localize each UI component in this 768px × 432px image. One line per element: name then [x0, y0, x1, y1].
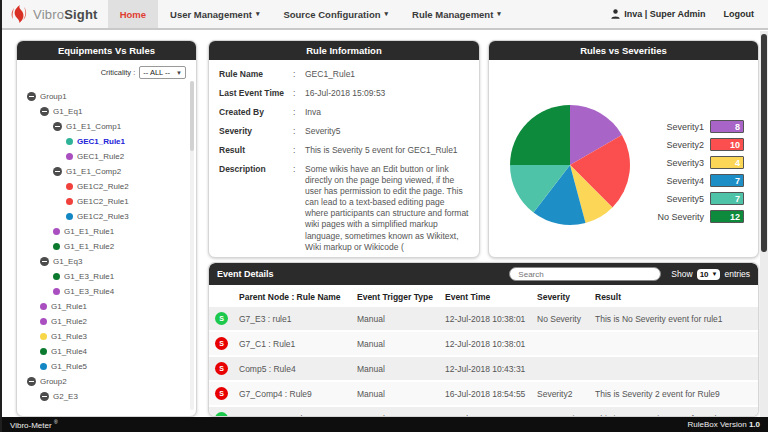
- tree-node-g1_e3_rule4[interactable]: G1_E3_Rule4: [25, 284, 192, 299]
- event-rule-name: G7_Comp5 : Rule10: [235, 407, 353, 417]
- collapse-icon[interactable]: [40, 107, 49, 116]
- tree-node-ge1c2_rule3[interactable]: GE1C2_Rule3: [25, 209, 192, 224]
- brand-logo-icon: [10, 4, 28, 24]
- status-red-icon: S: [215, 337, 228, 350]
- event-row[interactable]: SG7_C1 : Rule1Manual12-Jul-2018 10:38:01: [209, 332, 758, 355]
- tree-node-ge1c2_rule1[interactable]: GE1C2_Rule1: [25, 194, 192, 209]
- pie-slice-no-severity[interactable]: [510, 105, 570, 165]
- nav-right: Inva | Super Admin Logout: [611, 0, 768, 28]
- tree-node-g1_rule2[interactable]: G1_Rule2: [25, 314, 192, 329]
- nav-menu: HomeUser Management▾Source Configuration…: [108, 0, 513, 28]
- event-time: 12-Jul-2018 10:43:31: [441, 357, 533, 380]
- nav-item-rule-management[interactable]: Rule Management▾: [400, 0, 513, 28]
- tree-node-g1_e1_rule1[interactable]: G1_E1_Rule1: [25, 224, 192, 239]
- column-event-trigger-type[interactable]: Event Trigger Type: [353, 287, 441, 305]
- tree-node-g1_e1_rule2[interactable]: G1_E1_Rule2: [25, 239, 192, 254]
- tree-node-g1_rule3[interactable]: G1_Rule3: [25, 329, 192, 344]
- field-value: Inva: [305, 107, 469, 118]
- event-trigger-type: Manual: [353, 407, 441, 417]
- field-label: Last Event Time: [219, 88, 293, 99]
- collapse-icon[interactable]: [53, 122, 62, 131]
- severity-panel-title: Rules vs Severities: [489, 41, 758, 60]
- tree-node-group1[interactable]: Group1: [25, 89, 192, 104]
- page-scrollbar[interactable]: [760, 31, 768, 417]
- nav-item-user-management[interactable]: User Management▾: [158, 0, 271, 28]
- event-row[interactable]: SG7_E3 : rule1Manual12-Jul-2018 10:38:01…: [209, 307, 758, 330]
- legend-value-box: 12: [710, 210, 744, 223]
- page-size-select[interactable]: 10 ▼: [697, 269, 721, 280]
- tree-node-group2[interactable]: Group2: [25, 374, 192, 389]
- rule-bullet-icon: [40, 333, 47, 340]
- event-trigger-type: Manual: [353, 332, 441, 355]
- event-result: [591, 357, 758, 380]
- equipment-rule-tree: Group1G1_Eq1G1_E1_Comp1GEC1_Rule1GEC1_Ru…: [17, 83, 196, 401]
- event-row[interactable]: SG7_Comp5 : Rule10Manual16-Jul-2018 18:5…: [209, 407, 758, 417]
- field-value: GEC1_Rule1: [305, 69, 469, 80]
- event-trigger-type: Manual: [353, 307, 441, 330]
- rule-bullet-icon: [53, 273, 60, 280]
- collapse-icon[interactable]: [53, 167, 62, 176]
- search-input[interactable]: [509, 267, 661, 281]
- tree-node-gec1_rule1[interactable]: GEC1_Rule1: [25, 134, 192, 149]
- event-details-title: Event Details: [217, 269, 274, 279]
- column-event-time[interactable]: Event Time: [441, 287, 533, 305]
- top-navbar: VibroSight HomeUser Management▾Source Co…: [2, 0, 768, 30]
- user-menu[interactable]: Inva | Super Admin: [611, 9, 705, 19]
- nav-item-home[interactable]: Home: [108, 0, 158, 28]
- tree-node-ge1c2_rule2[interactable]: GE1C2_Rule2: [25, 179, 192, 194]
- tree-node-label: GE1C2_Rule2: [77, 182, 129, 191]
- rule-bullet-icon: [66, 138, 73, 145]
- tree-node-g1_e3_rule1[interactable]: G1_E3_Rule1: [25, 269, 192, 284]
- rule-bullet-icon: [40, 303, 47, 310]
- field-label: Result: [219, 145, 293, 156]
- scrollbar-thumb[interactable]: [761, 34, 767, 252]
- collapse-icon[interactable]: [27, 377, 36, 386]
- event-result: This is Severity 2 event for Rule9: [591, 382, 758, 405]
- rule-info-fields: Rule Name:GEC1_Rule1Last Event Time:16-J…: [209, 60, 479, 265]
- column-severity[interactable]: Severity: [533, 287, 591, 305]
- field-colon: :: [293, 107, 305, 118]
- rule-bullet-icon: [53, 228, 60, 235]
- event-row[interactable]: SG7_Comp4 : Rule9Manual16-Jul-2018 18:54…: [209, 382, 758, 405]
- tree-node-label: G1_Rule2: [51, 317, 87, 326]
- collapse-icon[interactable]: [40, 257, 49, 266]
- severity-pie-chart: [507, 102, 633, 228]
- tree-node-g1_eq1[interactable]: G1_Eq1: [25, 104, 192, 119]
- field-colon: :: [293, 164, 305, 252]
- tree-node-gec1_rule2[interactable]: GEC1_Rule2: [25, 149, 192, 164]
- nav-item-source-configuration[interactable]: Source Configuration▾: [271, 0, 400, 28]
- legend-label: Severity2: [666, 140, 704, 150]
- logout-button[interactable]: Logout: [724, 9, 755, 19]
- field-value: Severity5: [305, 126, 469, 137]
- tree-scrollbar[interactable]: [190, 81, 194, 410]
- event-details-panel: Event Details Show 10 ▼ entries Parent N…: [208, 262, 759, 417]
- column-status: [209, 287, 235, 305]
- column-result[interactable]: Result: [591, 287, 758, 305]
- collapse-icon[interactable]: [27, 92, 36, 101]
- tree-node-label: G1_Rule1: [51, 302, 87, 311]
- rule-field-severity: Severity:Severity5: [219, 126, 469, 137]
- field-value: 16-Jul-2018 15:09:53: [305, 88, 469, 99]
- rule-bullet-icon: [53, 288, 60, 295]
- event-row[interactable]: SComp5 : Rule4Manual12-Jul-2018 10:43:31: [209, 357, 758, 380]
- tree-node-g1_e1_comp1[interactable]: G1_E1_Comp1: [25, 119, 192, 134]
- tree-node-g1_eq3[interactable]: G1_Eq3: [25, 254, 192, 269]
- tree-node-label: G1_Rule4: [51, 347, 87, 356]
- tree-node-g2_e3[interactable]: G2_E3: [25, 389, 192, 401]
- brand-name: VibroSight: [33, 7, 98, 22]
- tree-node-g1_rule5[interactable]: G1_Rule5: [25, 359, 192, 374]
- field-label: Rule Name: [219, 69, 293, 80]
- column-parent-node-rule-name[interactable]: Parent Node : Rule Name: [235, 287, 353, 305]
- legend-label: No Severity: [657, 212, 704, 222]
- tree-node-g1_rule1[interactable]: G1_Rule1: [25, 299, 192, 314]
- rule-field-created-by: Created By:Inva: [219, 107, 469, 118]
- collapse-icon[interactable]: [40, 392, 49, 401]
- caret-down-icon: ▾: [497, 10, 501, 18]
- tree-node-g1_e1_comp2[interactable]: G1_E1_Comp2: [25, 164, 192, 179]
- field-value: Some wikis have an Edit button or link d…: [305, 164, 469, 252]
- rule-field-result: Result:This is Severity 5 event for GEC1…: [219, 145, 469, 156]
- tree-node-label: Group2: [40, 377, 67, 386]
- tree-node-g1_rule4[interactable]: G1_Rule4: [25, 344, 192, 359]
- field-colon: :: [293, 145, 305, 156]
- criticality-select[interactable]: -- ALL -- ▼: [139, 66, 186, 79]
